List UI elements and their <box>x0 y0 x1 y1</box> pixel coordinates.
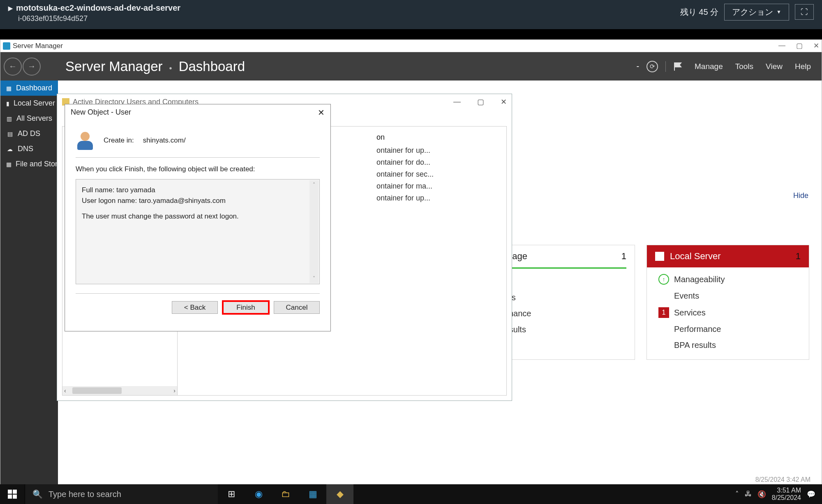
svg-rect-3 <box>13 495 17 499</box>
sidebar-item-dashboard[interactable]: ▦Dashboard <box>0 81 58 96</box>
taskbar: 🔍 Type here to search ⊞ ◉ 🗀 ▦ ◆ ˄ 🖧 🔇 3:… <box>0 484 822 504</box>
overlay-timestamp: 8/25/2024 3:42 AM <box>755 476 810 483</box>
menu-manage[interactable]: Manage <box>695 62 723 71</box>
cell-desc: ontainer for up... <box>376 194 501 203</box>
dialog-message: When you click Finish, the following obj… <box>76 165 320 173</box>
cell-desc: ontainer for ma... <box>376 182 501 191</box>
taskview-button[interactable]: ⊞ <box>218 484 245 504</box>
divider <box>76 293 320 294</box>
tray-up-icon[interactable]: ˄ <box>735 490 739 499</box>
close-button[interactable]: ✕ <box>813 41 819 50</box>
search-icon: 🔍 <box>32 489 43 499</box>
sidebar-item-dns[interactable]: ☁DNS <box>0 141 58 156</box>
tile-item[interactable]: Events <box>674 291 699 301</box>
network-icon[interactable]: 🖧 <box>745 490 752 498</box>
windows-icon <box>8 490 17 499</box>
scroll-down-icon[interactable]: ˅ <box>313 276 315 281</box>
hide-link[interactable]: Hide <box>793 191 808 200</box>
scroll-right-icon[interactable]: › <box>173 387 175 394</box>
sidebar-item-label: All Servers <box>16 114 52 123</box>
dialog-titlebar: New Object - User ✕ <box>65 104 330 120</box>
server-manager-icon <box>3 42 10 50</box>
breadcrumb: Server Manager • Dashboard <box>65 59 245 74</box>
arrow-left-icon: ← <box>9 62 17 71</box>
taskbar-clock[interactable]: 3:51 AM 8/25/2024 <box>772 487 801 502</box>
fullscreen-button[interactable]: ⛶ <box>795 4 814 20</box>
clock-date: 8/25/2024 <box>772 494 801 502</box>
breadcrumb-current: Dashboard <box>179 59 245 74</box>
aduc-icon: ◆ <box>337 489 344 499</box>
summary-scrollbar[interactable]: ˄ ˅ <box>309 180 319 283</box>
sm-app-title: Server Manager <box>13 42 63 50</box>
arrow-right-icon: → <box>28 62 36 71</box>
maximize-button[interactable]: ▢ <box>477 97 484 106</box>
sidebar-item-files[interactable]: ▦File and Storage Services <box>0 156 58 172</box>
pin-explorer[interactable]: 🗀 <box>272 484 299 504</box>
maximize-button[interactable]: ▢ <box>796 41 803 50</box>
pin-edge[interactable]: ◉ <box>245 484 272 504</box>
instance-id: i-0633ef015fc94d527 <box>8 14 180 23</box>
dialog-close-button[interactable]: ✕ <box>318 108 325 117</box>
scroll-left-icon[interactable]: ‹ <box>64 387 66 394</box>
cell-desc: ontainer for sec... <box>376 170 501 179</box>
minimize-button[interactable]: — <box>778 41 785 50</box>
adds-icon: ▤ <box>6 130 14 138</box>
volume-muted-icon[interactable]: 🔇 <box>757 490 766 499</box>
button-label: Cancel <box>286 304 308 312</box>
notifications-flag-icon[interactable] <box>673 62 682 71</box>
user-icon <box>76 131 95 150</box>
create-in-label: Create in: <box>104 136 134 145</box>
menu-view[interactable]: View <box>766 62 783 71</box>
menu-help[interactable]: Help <box>795 62 811 71</box>
sm-sidebar: ▦Dashboard ▮Local Server ▥All Servers ▤A… <box>0 81 58 486</box>
refresh-icon: ⟳ <box>650 63 655 70</box>
summary-line: The user must change the password at nex… <box>82 212 314 221</box>
tile-item[interactable]: Services <box>674 308 706 318</box>
cancel-button[interactable]: Cancel <box>274 301 320 314</box>
action-menu-button[interactable]: アクション ▼ <box>724 4 789 21</box>
instance-name: mototsuka-ec2-windows-ad-dev-ad-server <box>16 3 180 13</box>
breadcrumb-root[interactable]: Server Manager <box>65 59 163 74</box>
minimize-button[interactable]: — <box>453 97 461 106</box>
fullscreen-icon: ⛶ <box>801 8 808 16</box>
finish-button[interactable]: Finish <box>223 301 269 314</box>
start-button[interactable] <box>0 484 25 504</box>
column-header[interactable]: on <box>376 133 501 142</box>
pin-aduc[interactable]: ◆ <box>326 484 353 504</box>
sidebar-item-local[interactable]: ▮Local Server <box>0 96 58 111</box>
edge-icon: ◉ <box>255 489 263 499</box>
action-menu-label: アクション <box>732 7 773 18</box>
storage-icon: ▦ <box>6 161 12 168</box>
tile-local-server[interactable]: Local Server1 ↑Manageability Events 1Ser… <box>647 245 809 360</box>
nav-forward-button[interactable]: → <box>23 58 41 76</box>
sidebar-item-adds[interactable]: ▤AD DS <box>0 126 58 141</box>
clock-time: 3:51 AM <box>777 487 801 494</box>
cell-desc: ontainer for do... <box>376 158 501 167</box>
system-tray: ˄ 🖧 🔇 3:51 AM 8/25/2024 💬 <box>729 484 822 504</box>
svg-rect-0 <box>8 490 12 494</box>
scroll-up-icon[interactable]: ˄ <box>313 182 315 188</box>
menu-tools[interactable]: Tools <box>735 62 753 71</box>
session-remaining: 残り 45 分 <box>680 7 718 18</box>
sm-titlebar: Server Manager — ▢ ✕ <box>0 40 822 52</box>
button-label: Finish <box>236 304 255 312</box>
server-manager-icon: ▦ <box>309 489 317 499</box>
server-icon: ▮ <box>6 100 9 107</box>
dns-icon: ☁ <box>6 145 14 153</box>
taskbar-search[interactable]: 🔍 Type here to search <box>25 484 218 504</box>
chevron-right-icon: • <box>169 64 172 73</box>
search-placeholder: Type here to search <box>48 490 121 499</box>
nav-back-button[interactable]: ← <box>4 58 22 76</box>
folder-icon: 🗀 <box>281 489 290 499</box>
scrollbar-thumb[interactable] <box>72 387 122 394</box>
refresh-button[interactable]: ⟳ <box>647 61 658 72</box>
tile-item[interactable]: Performance <box>674 324 721 334</box>
tile-item[interactable]: Manageability <box>674 275 725 284</box>
tile-item[interactable]: BPA results <box>674 341 716 350</box>
close-button[interactable]: ✕ <box>501 97 507 106</box>
servers-icon: ▥ <box>6 115 12 122</box>
back-button[interactable]: < Back <box>172 301 218 314</box>
sidebar-item-all[interactable]: ▥All Servers <box>0 111 58 126</box>
action-center-icon[interactable]: 💬 <box>807 490 815 499</box>
pin-server-manager[interactable]: ▦ <box>299 484 326 504</box>
